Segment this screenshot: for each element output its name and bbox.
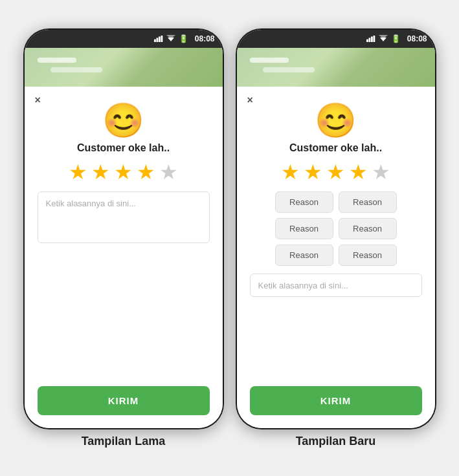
rating-modal: ×😊Customer oke lah..★★★★★Ketik alasannya… [25, 87, 223, 428]
phone-labels-row: Tampilan LamaTampilan Baru [23, 435, 436, 448]
phone-label-text: Tampilan Baru [296, 435, 376, 448]
review-title: Customer oke lah.. [250, 142, 422, 154]
reasons-grid: ReasonReasonReasonReasonReasonReason [250, 191, 422, 266]
svg-marker-7 [368, 38, 370, 41]
star-3[interactable]: ★ [326, 162, 345, 182]
review-title: Customer oke lah.. [38, 142, 210, 154]
phone-shell-old: 🔋 08:08 ×😊Customer oke lah..★★★★★Ketik a… [23, 28, 224, 429]
star-1[interactable]: ★ [281, 162, 300, 182]
signal-icon [154, 36, 163, 42]
star-3[interactable]: ★ [114, 162, 133, 182]
rating-modal: ×😊Customer oke lah..★★★★★ReasonReasonRea… [237, 87, 435, 428]
reason-button-6[interactable]: Reason [339, 244, 397, 266]
status-time: 08:08 [195, 34, 215, 43]
phones-comparison: 🔋 08:08 ×😊Customer oke lah..★★★★★Ketik a… [23, 28, 436, 429]
map-area [25, 48, 223, 87]
battery-icon: 🔋 [179, 34, 188, 43]
status-time: 08:08 [407, 34, 427, 43]
phone-label-old: Tampilan Lama [23, 435, 224, 448]
close-button[interactable]: × [247, 94, 253, 106]
svg-marker-0 [154, 39, 156, 41]
reason-button-1[interactable]: Reason [275, 191, 333, 213]
status-icons: 🔋 08:08 [366, 34, 427, 43]
close-button[interactable]: × [35, 94, 41, 106]
svg-marker-6 [366, 39, 368, 41]
svg-marker-9 [373, 36, 375, 42]
rating-emoji: 😊 [102, 103, 144, 137]
star-4[interactable]: ★ [137, 162, 155, 182]
phone-shell-new: 🔋 08:08 ×😊Customer oke lah..★★★★★ReasonR… [236, 28, 436, 429]
star-4[interactable]: ★ [349, 162, 368, 182]
submit-button[interactable]: KIRIM [250, 386, 422, 415]
status-bar: 🔋 08:08 [237, 30, 435, 48]
stars-row: ★★★★★ [38, 162, 210, 182]
star-2[interactable]: ★ [91, 162, 110, 182]
reason-button-5[interactable]: Reason [275, 244, 333, 266]
star-5[interactable]: ★ [159, 162, 178, 182]
svg-marker-3 [161, 36, 162, 42]
svg-marker-11 [379, 35, 388, 39]
reason-button-2[interactable]: Reason [339, 191, 397, 213]
battery-icon: 🔋 [391, 34, 401, 43]
star-2[interactable]: ★ [304, 162, 322, 182]
emoji-container: 😊 [38, 103, 210, 137]
status-bar: 🔋 08:08 [25, 30, 223, 48]
svg-marker-2 [159, 36, 161, 41]
reason-text-input[interactable]: Ketik alasannya di sini... [38, 191, 210, 243]
phone-label-new: Tampilan Baru [236, 435, 436, 448]
phone-old: 🔋 08:08 ×😊Customer oke lah..★★★★★Ketik a… [23, 28, 224, 429]
svg-marker-5 [166, 35, 175, 39]
star-5[interactable]: ★ [372, 162, 390, 182]
submit-button[interactable]: KIRIM [38, 386, 210, 415]
stars-row: ★★★★★ [250, 162, 422, 182]
svg-marker-1 [156, 38, 158, 41]
rating-emoji: 😊 [315, 103, 357, 137]
status-icons: 🔋 08:08 [154, 34, 215, 43]
map-area [237, 48, 435, 87]
wifi-icon [166, 35, 176, 43]
emoji-container: 😊 [250, 103, 422, 137]
svg-marker-8 [371, 36, 373, 41]
star-1[interactable]: ★ [69, 162, 87, 182]
reason-text-input[interactable]: Ketik alasannya di sini... [250, 274, 422, 297]
wifi-icon [378, 35, 388, 43]
phone-label-text: Tampilan Lama [82, 435, 166, 448]
reason-button-4[interactable]: Reason [339, 218, 397, 239]
phone-new: 🔋 08:08 ×😊Customer oke lah..★★★★★ReasonR… [236, 28, 436, 429]
reason-button-3[interactable]: Reason [275, 218, 333, 239]
signal-icon [366, 36, 375, 42]
